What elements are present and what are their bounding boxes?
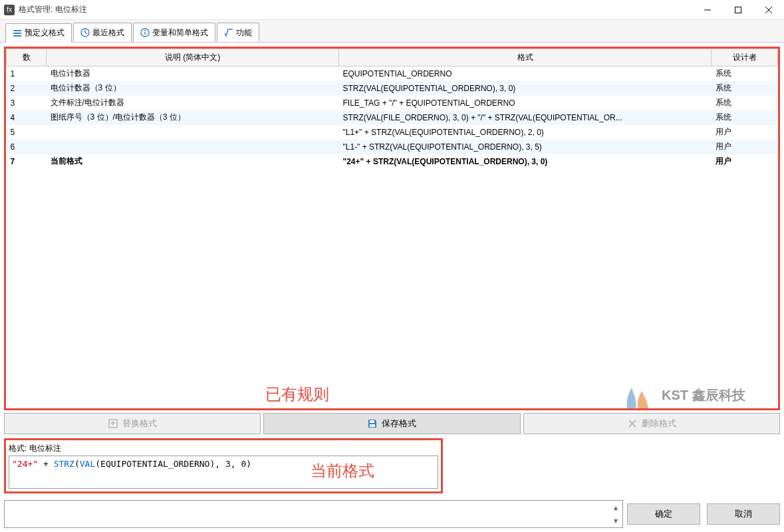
cell-desc: 文件标注/电位计数器 [47, 96, 339, 110]
save-icon [367, 418, 378, 429]
table-row[interactable]: 3文件标注/电位计数器FILE_TAG + "/" + EQUIPOTENTIA… [7, 96, 778, 110]
replace-icon [108, 418, 118, 429]
cell-num: 1 [7, 66, 47, 81]
info-icon [140, 28, 150, 37]
delete-icon [627, 418, 638, 429]
close-button[interactable] [753, 0, 784, 20]
svg-rect-16 [370, 420, 374, 423]
scroll-up-icon[interactable]: ▴ [610, 502, 621, 513]
table-row[interactable]: 7当前格式"24+" + STRZ(VAL(EQUIPOTENTIAL_ORDE… [7, 154, 778, 169]
format-editor-section: 格式: 电位标注 "24+" + STRZ(VAL(EQUIPOTENTIAL_… [4, 438, 443, 493]
col-header-description[interactable]: 说明 (简体中文) [47, 49, 339, 66]
cell-designer: 系统 [712, 81, 778, 96]
table-row[interactable]: 5"L1+" + STRZ(VAL(EQUIPOTENTIAL_ORDERNO)… [7, 125, 778, 140]
tab-label: 功能 [236, 27, 252, 39]
cell-format: "L1+" + STRZ(VAL(EQUIPOTENTIAL_ORDERNO),… [339, 125, 712, 140]
cell-desc [47, 140, 339, 154]
svg-rect-5 [13, 33, 21, 34]
rules-table-container: 数 说明 (简体中文) 格式 设计者 1电位计数器EQUIPOTENTIAL_O… [4, 47, 780, 410]
sqrt-icon [224, 28, 233, 37]
cell-desc: 电位计数器 [47, 66, 339, 81]
titlebar: fx 格式管理: 电位标注 [0, 0, 784, 20]
cell-format: STRZ(VAL(FILE_ORDERNO), 3, 0) + "/" + ST… [339, 110, 712, 125]
table-row[interactable]: 2电位计数器（3 位）STRZ(VAL(EQUIPOTENTIAL_ORDERN… [7, 81, 778, 96]
cell-designer: 用户 [712, 140, 778, 154]
list-icon [13, 29, 22, 38]
cell-num: 2 [7, 81, 47, 96]
table-row[interactable]: 6"L1-" + STRZ(VAL(EQUIPOTENTIAL_ORDERNO)… [7, 140, 778, 154]
clock-icon [80, 28, 90, 37]
button-label: 替换格式 [122, 418, 157, 430]
svg-text:KST 鑫辰科技: KST 鑫辰科技 [662, 388, 746, 402]
delete-format-button: 删除格式 [523, 413, 780, 434]
tab-predefined[interactable]: 预定义格式 [5, 23, 72, 43]
minimize-button[interactable] [692, 0, 723, 20]
scroll-down-icon[interactable]: ▾ [610, 515, 621, 526]
output-textarea[interactable]: ▴ ▾ [4, 500, 623, 528]
cell-format: EQUIPOTENTIAL_ORDERNO [339, 66, 712, 81]
rules-table: 数 说明 (简体中文) 格式 设计者 1电位计数器EQUIPOTENTIAL_O… [6, 49, 778, 169]
button-label: 删除格式 [642, 418, 676, 430]
cell-designer: 系统 [712, 110, 778, 125]
button-label: 保存格式 [382, 418, 416, 430]
cell-num: 7 [7, 154, 47, 169]
cell-designer: 系统 [712, 66, 778, 81]
cell-desc: 图纸序号（3 位）/电位计数器（3 位） [47, 110, 339, 125]
format-label: 格式: 电位标注 [9, 443, 438, 454]
cell-num: 4 [7, 110, 47, 125]
save-format-button[interactable]: 保存格式 [263, 413, 520, 434]
window-title: 格式管理: 电位标注 [19, 4, 87, 15]
tab-recent[interactable]: 最近格式 [73, 23, 132, 42]
cell-designer: 系统 [712, 96, 778, 110]
annotation-existing-rules: 已有规则 [265, 384, 329, 405]
app-icon: fx [4, 5, 15, 15]
format-input[interactable]: "24+" + STRZ(VAL(EQUIPOTENTIAL_ORDERNO),… [9, 456, 438, 489]
svg-rect-1 [735, 7, 741, 13]
cell-format: "L1-" + STRZ(VAL(EQUIPOTENTIAL_ORDERNO),… [339, 140, 712, 154]
tab-label: 变量和简单格式 [152, 27, 208, 39]
cell-designer: 用户 [712, 154, 778, 169]
cell-num: 5 [7, 125, 47, 140]
table-row[interactable]: 4图纸序号（3 位）/电位计数器（3 位）STRZ(VAL(FILE_ORDER… [7, 110, 778, 125]
tab-functions[interactable]: 功能 [217, 23, 259, 42]
svg-rect-6 [13, 35, 21, 37]
watermark-logo: KST 鑫辰科技 KINGSTAR [618, 374, 758, 410]
cell-format: "24+" + STRZ(VAL(EQUIPOTENTIAL_ORDERNO),… [339, 154, 712, 169]
col-header-designer[interactable]: 设计者 [712, 49, 778, 66]
cell-desc: 电位计数器（3 位） [47, 81, 339, 96]
cancel-button[interactable]: 取消 [707, 503, 780, 525]
svg-point-12 [144, 30, 146, 31]
table-row[interactable]: 1电位计数器EQUIPOTENTIAL_ORDERNO系统 [7, 66, 778, 81]
cell-num: 6 [7, 140, 47, 154]
replace-format-button: 替换格式 [4, 413, 261, 434]
cell-desc [47, 125, 339, 140]
cell-format: FILE_TAG + "/" + EQUIPOTENTIAL_ORDERNO [339, 96, 712, 110]
cell-desc: 当前格式 [47, 154, 339, 169]
tab-label: 最近格式 [92, 27, 124, 39]
svg-rect-17 [370, 424, 375, 427]
cell-designer: 用户 [712, 125, 778, 140]
svg-line-9 [85, 33, 87, 34]
col-header-format[interactable]: 格式 [339, 49, 712, 66]
tab-variables[interactable]: 变量和简单格式 [133, 23, 215, 42]
cell-num: 3 [7, 96, 47, 110]
tabs-bar: 预定义格式 最近格式 变量和简单格式 功能 [0, 20, 784, 43]
cell-format: STRZ(VAL(EQUIPOTENTIAL_ORDERNO), 3, 0) [339, 81, 712, 96]
maximize-button[interactable] [723, 0, 753, 20]
ok-button[interactable]: 确定 [627, 503, 700, 525]
svg-rect-4 [13, 30, 21, 31]
svg-text:KINGSTAR: KINGSTAR [682, 407, 753, 410]
col-header-number[interactable]: 数 [7, 49, 47, 66]
tab-label: 预定义格式 [25, 27, 65, 39]
